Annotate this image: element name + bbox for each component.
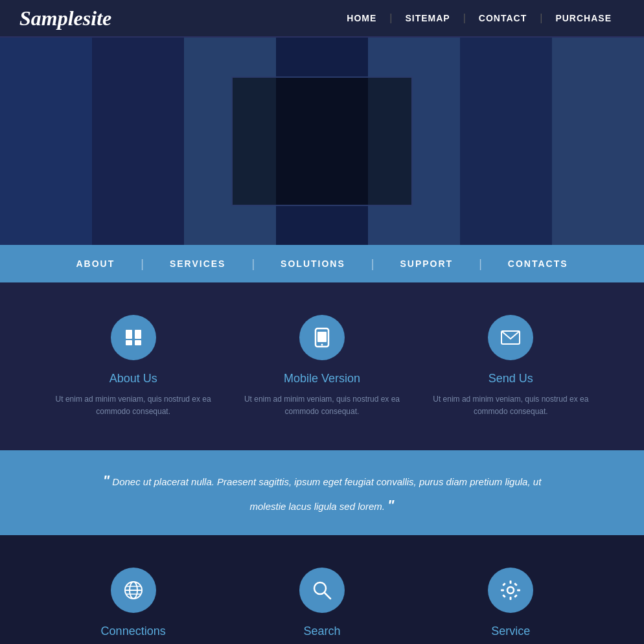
hero-banner: [0, 38, 644, 245]
svg-rect-18: [510, 597, 512, 600]
sub-nav-contacts[interactable]: CONTACTS: [482, 259, 594, 269]
svg-point-16: [507, 587, 514, 593]
feature-send-us: Send Us Ut enim ad minim veniam, quis no…: [420, 315, 601, 418]
feature-mobile: Mobile Version Ut enim ad minim veniam, …: [231, 315, 413, 418]
stripe-6: [460, 38, 552, 245]
gear-icon: [488, 568, 533, 613]
feature-send-us-title: Send Us: [489, 372, 533, 385]
sub-navigation: ABOUT | SERVICES | SOLUTIONS | SUPPORT |…: [0, 245, 644, 282]
svg-line-14: [325, 593, 330, 599]
svg-rect-2: [126, 340, 132, 345]
feature-service-title: Service: [491, 625, 530, 638]
site-logo: Samplesite: [19, 6, 111, 30]
features-section-2: Connections Ut enim ad minim veniam, qui…: [0, 535, 644, 644]
feature-about-us-title: About Us: [109, 372, 157, 385]
sub-nav-support[interactable]: SUPPORT: [374, 259, 479, 269]
svg-rect-19: [501, 590, 504, 592]
feature-service: Service Ut enim ad minim veniam, quis no…: [420, 568, 601, 644]
svg-rect-3: [135, 340, 141, 345]
svg-rect-23: [514, 582, 518, 586]
svg-rect-0: [126, 330, 132, 339]
feature-send-us-text: Ut enim ad minim veniam, quis nostrud ex…: [420, 393, 601, 418]
nav-home[interactable]: HOME: [334, 13, 389, 23]
feature-connections: Connections Ut enim ad minim veniam, qui…: [43, 568, 224, 644]
feature-mobile-text: Ut enim ad minim veniam, quis nostrud ex…: [231, 393, 413, 418]
nav-sitemap[interactable]: SITEMAP: [392, 13, 463, 23]
svg-point-5: [321, 344, 323, 346]
feature-search-title: Search: [303, 625, 340, 638]
nav-purchase[interactable]: PURCHASE: [542, 13, 625, 23]
mobile-icon: [299, 315, 345, 360]
svg-rect-24: [502, 594, 506, 598]
stripe-1: [0, 38, 92, 245]
svg-rect-1: [135, 330, 141, 339]
quote-close: ": [387, 497, 394, 513]
sub-nav-solutions[interactable]: SOLUTIONS: [255, 259, 371, 269]
quote-content: Donec ut placerat nulla. Praesent sagitt…: [112, 476, 541, 511]
feature-about-us-text: Ut enim ad minim veniam, quis nostrud ex…: [43, 393, 224, 418]
svg-rect-20: [517, 590, 520, 592]
svg-rect-6: [317, 332, 327, 342]
feature-search: Search Ut enim ad minim veniam, quis nos…: [231, 568, 413, 644]
top-navigation: HOME | SITEMAP | CONTACT | PURCHASE: [334, 12, 625, 24]
envelope-icon: [488, 315, 533, 360]
globe-icon: [111, 568, 156, 613]
feature-mobile-title: Mobile Version: [284, 372, 360, 385]
book-icon: [111, 315, 156, 360]
sub-nav-services[interactable]: SERVICES: [144, 259, 252, 269]
svg-rect-21: [502, 582, 506, 586]
feature-connections-title: Connections: [101, 625, 166, 638]
stripe-2: [92, 38, 184, 245]
sub-nav-about[interactable]: ABOUT: [50, 259, 141, 269]
quote-section: " Donec ut placerat nulla. Praesent sagi…: [0, 450, 644, 535]
quote-text: " Donec ut placerat nulla. Praesent sagi…: [91, 468, 553, 517]
nav-contact[interactable]: CONTACT: [466, 13, 540, 23]
svg-rect-17: [510, 581, 512, 584]
search-icon: [299, 568, 345, 613]
header: Samplesite HOME | SITEMAP | CONTACT | PU…: [0, 0, 644, 38]
hero-center-box: [231, 76, 413, 206]
features-section-1: About Us Ut enim ad minim veniam, quis n…: [0, 282, 644, 450]
svg-rect-22: [514, 594, 518, 598]
feature-about-us: About Us Ut enim ad minim veniam, quis n…: [43, 315, 224, 418]
quote-open: ": [103, 472, 109, 489]
stripe-7: [552, 38, 644, 245]
